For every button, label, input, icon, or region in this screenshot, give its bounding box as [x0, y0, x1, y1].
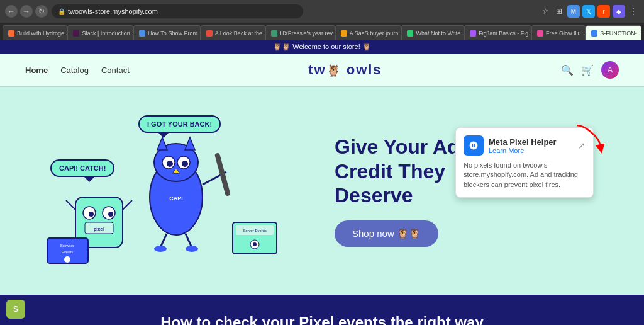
url-text: twoowls-store.myshopify.com — [68, 8, 158, 15]
menu-icon[interactable]: ⋮ — [628, 6, 639, 17]
svg-point-33 — [64, 256, 70, 263]
svg-point-17 — [182, 161, 188, 167]
nav-bar: Home Catalog Contact tw🦉 owls 🔍 🛒 A — [0, 54, 644, 87]
tab-favicon-8 — [537, 30, 543, 37]
popup-body: No pixels found on twoowls-store.myshopi… — [464, 161, 586, 190]
ext-icon-twitter[interactable]: 𝕏 — [582, 5, 595, 18]
popup-title: Meta Pixel Helper — [489, 137, 557, 147]
announcement-text: 🦉🦉 Welcome to our store! 🦉 — [273, 43, 371, 50]
extensions-icon[interactable]: ⊞ — [553, 6, 565, 17]
logo-text2: owls — [341, 62, 382, 77]
svg-text:Browser: Browser — [60, 244, 74, 248]
tab-favicon-2 — [139, 30, 145, 37]
svg-line-22 — [186, 234, 192, 248]
tab-1[interactable]: Slack | Introduction... — [67, 25, 133, 40]
speech-bubble-back: I GOT YOUR BACK! — [138, 115, 221, 133]
hero-illustration: CAPI! CATCH! I GOT YOUR BACK! pixel — [38, 103, 309, 279]
announcement-bar: 🦉🦉 Welcome to our store! 🦉 — [0, 40, 644, 54]
shop-now-button[interactable]: Shop now 🦉🦉 — [335, 220, 438, 247]
meta-pixel-popup: Meta Pixel Helper Learn More ↗ No pixels… — [455, 127, 594, 198]
svg-point-16 — [167, 161, 173, 167]
svg-text:Server Events: Server Events — [243, 229, 267, 232]
tab-favicon-1 — [73, 30, 79, 37]
ext-icon-meta[interactable]: M — [567, 5, 580, 18]
bookmark-icon[interactable]: ☆ — [540, 6, 551, 17]
avatar-icon[interactable]: A — [601, 61, 619, 79]
meta-pixel-icon — [464, 135, 484, 156]
browser-controls: ← → ↻ — [5, 5, 48, 18]
browser-icons: ☆ ⊞ M 𝕏 r ◆ ⋮ — [540, 5, 639, 18]
svg-text:pixel: pixel — [94, 227, 104, 232]
tab-8[interactable]: Free Glow Illu... — [531, 25, 586, 40]
tab-9[interactable]: S-FUNCTION-... — [586, 25, 641, 40]
nav-right: 🔍 🛒 A — [561, 61, 619, 79]
svg-point-3 — [89, 212, 94, 217]
logo-owl-icon: 🦉 — [326, 64, 341, 77]
svg-point-29 — [253, 242, 257, 246]
svg-point-24 — [186, 246, 198, 252]
nav-links: Home Catalog Contact — [25, 66, 130, 75]
svg-line-8 — [123, 200, 132, 210]
search-icon[interactable]: 🔍 — [561, 64, 574, 76]
refresh-button[interactable]: ↻ — [35, 5, 48, 18]
nav-home[interactable]: Home — [25, 66, 48, 75]
svg-marker-13 — [185, 137, 195, 150]
svg-point-4 — [108, 212, 113, 217]
browser-chrome: ← → ↻ 🔒 twoowls-store.myshopify.com ☆ ⊞ … — [0, 0, 644, 23]
svg-line-7 — [66, 200, 75, 210]
nav-catalog[interactable]: Catalog — [60, 66, 89, 75]
popup-text-group: Meta Pixel Helper Learn More — [489, 137, 557, 154]
shopify-badge[interactable]: S — [6, 300, 25, 319]
svg-line-21 — [160, 234, 167, 248]
tabs-bar: Build with Hydroge... Slack | Introducti… — [0, 23, 644, 40]
tab-3[interactable]: A Look Back at the... — [201, 25, 265, 40]
svg-point-23 — [154, 246, 167, 252]
back-button[interactable]: ← — [5, 5, 18, 18]
tab-favicon-3 — [206, 30, 213, 37]
tab-0[interactable]: Build with Hydroge... — [3, 25, 67, 40]
hero-section: CAPI! CATCH! I GOT YOUR BACK! pixel — [0, 87, 644, 295]
red-arrow-indicator — [574, 122, 605, 147]
forward-button[interactable]: → — [20, 5, 33, 18]
svg-text:Events: Events — [62, 250, 73, 254]
ext-icon-other[interactable]: ◆ — [613, 5, 625, 18]
tab-6[interactable]: What Not to Write... — [401, 25, 464, 40]
tab-favicon-5 — [341, 30, 347, 37]
popup-header: Meta Pixel Helper Learn More ↗ — [464, 135, 586, 156]
bottom-title: How to check your Pixel events the right… — [25, 314, 619, 325]
cart-icon[interactable]: 🛒 — [581, 64, 594, 76]
site-logo[interactable]: tw🦉 owls — [308, 62, 382, 78]
svg-text:CAPI: CAPI — [169, 195, 183, 202]
tab-favicon-4 — [271, 30, 277, 37]
speech-bubble-capi: CAPI! CATCH! — [50, 159, 114, 177]
ext-icon-reddit[interactable]: r — [597, 5, 610, 18]
tab-favicon-7 — [470, 30, 476, 37]
nav-contact[interactable]: Contact — [101, 66, 130, 75]
tab-favicon-6 — [407, 30, 413, 37]
tab-favicon-0 — [8, 30, 14, 37]
tab-2[interactable]: How To Show Prom... — [133, 25, 201, 40]
address-bar[interactable]: 🔒 twoowls-store.myshopify.com — [52, 4, 303, 18]
popup-learn-more[interactable]: Learn More — [489, 147, 557, 154]
tab-favicon-9 — [591, 30, 597, 37]
tab-5[interactable]: A SaaS buyer journ... — [335, 25, 402, 40]
svg-rect-20 — [214, 152, 231, 197]
tab-7[interactable]: FigJam Basics - Fig... — [464, 25, 531, 40]
tab-4[interactable]: UXPressia's year rev... — [265, 25, 335, 40]
logo-text: tw — [308, 62, 326, 77]
bottom-section: How to check your Pixel events the right… — [0, 295, 644, 325]
